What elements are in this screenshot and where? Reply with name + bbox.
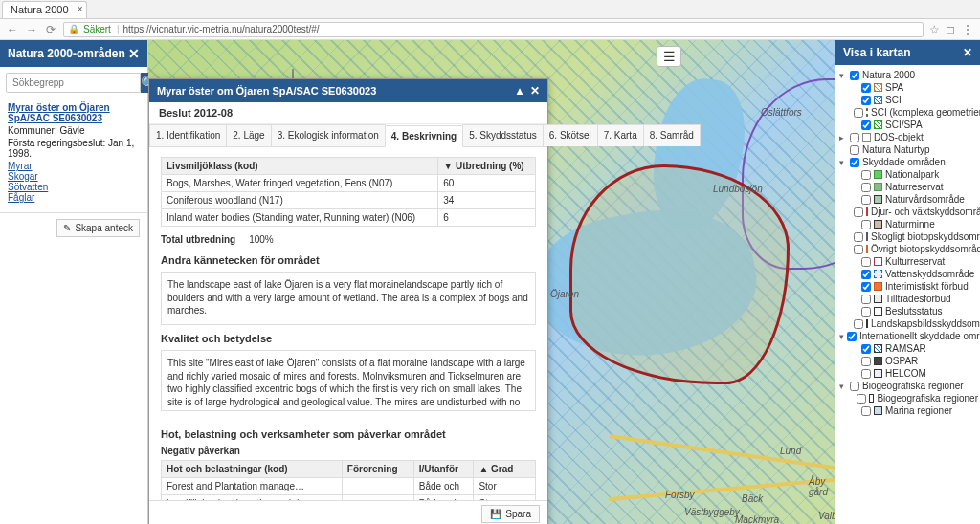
map-label: Oslättfors bbox=[761, 107, 802, 118]
tree-group-natura2000[interactable]: ▾Natura 2000 bbox=[839, 69, 978, 81]
close-icon[interactable]: ✕ bbox=[128, 46, 140, 61]
layer-checkbox[interactable] bbox=[861, 195, 871, 205]
create-note-button[interactable]: ✎ Skapa anteck bbox=[56, 219, 140, 237]
tree-item[interactable]: Skogligt biotopskyddsområde bbox=[851, 230, 978, 243]
tree-group-skyddade[interactable]: ▾Skyddade områden bbox=[839, 156, 978, 168]
layer-checkbox[interactable] bbox=[850, 158, 859, 167]
col-header[interactable]: Förorening bbox=[342, 461, 413, 478]
minimize-icon[interactable]: ▴ bbox=[517, 84, 523, 98]
bookmark-icon[interactable]: ☆ bbox=[929, 23, 940, 36]
left-header: Natura 2000-områden ✕ bbox=[0, 40, 147, 67]
layer-checkbox[interactable] bbox=[854, 207, 863, 217]
col-header[interactable]: I/Utanför bbox=[413, 461, 474, 478]
result-link[interactable]: Sötvatten bbox=[8, 182, 140, 192]
forward-icon[interactable]: → bbox=[25, 23, 38, 36]
tab-skyddsstatus[interactable]: 5. Skyddsstatus bbox=[462, 124, 544, 146]
layer-checkbox[interactable] bbox=[861, 120, 871, 130]
col-header[interactable]: ▼ Utbredning (%) bbox=[438, 158, 536, 175]
close-icon[interactable]: × bbox=[78, 4, 83, 14]
tree-item-naturtyp[interactable]: Natura Naturtyp bbox=[839, 143, 978, 156]
result-title[interactable]: Myrar öster om Öjaren SpA/SAC SE0630023 bbox=[8, 102, 140, 123]
layer-checkbox[interactable] bbox=[861, 406, 871, 416]
col-header[interactable]: Hot och belastningar (kod) bbox=[162, 461, 343, 478]
layer-checkbox[interactable] bbox=[857, 394, 866, 404]
tree-item[interactable]: Naturreservat bbox=[851, 181, 978, 193]
map[interactable]: Öjaren Oslättfors Lundbosjön Lund Bäck V… bbox=[148, 40, 835, 524]
layer-checkbox[interactable] bbox=[861, 96, 871, 105]
tree-item-dos[interactable]: ▸DOS-objekt bbox=[839, 131, 978, 143]
tab-lage[interactable]: 2. Läge bbox=[226, 124, 271, 146]
close-icon[interactable]: ✕ bbox=[530, 84, 540, 98]
tree-item[interactable]: SPA bbox=[851, 81, 978, 94]
layer-checkbox[interactable] bbox=[847, 332, 857, 341]
col-header[interactable]: ▲ Grad bbox=[474, 461, 536, 478]
tab-karta[interactable]: 7. Karta bbox=[597, 124, 644, 146]
layer-checkbox[interactable] bbox=[861, 83, 871, 93]
result-link[interactable]: Fåglar bbox=[8, 192, 140, 203]
layer-checkbox[interactable] bbox=[850, 382, 859, 391]
tree-item[interactable]: RAMSAR bbox=[851, 342, 978, 355]
tab-beskrivning[interactable]: 4. Beskrivning bbox=[385, 125, 463, 147]
layer-checkbox[interactable] bbox=[861, 220, 871, 229]
layer-checkbox[interactable] bbox=[850, 145, 859, 155]
user-icon[interactable]: ◻ bbox=[946, 23, 955, 36]
tree-item[interactable]: Biogeografiska regioner bbox=[851, 392, 978, 404]
tree-item[interactable]: Landskapsbildsskyddsområde bbox=[851, 317, 978, 330]
tree-item[interactable]: Naturminne bbox=[851, 218, 978, 230]
tree-item[interactable]: Kulturreservat bbox=[851, 255, 978, 268]
tree-item[interactable]: Beslutsstatus bbox=[851, 305, 978, 317]
result-link[interactable]: Skogar bbox=[8, 171, 140, 182]
search-input[interactable] bbox=[6, 73, 141, 93]
layer-checkbox[interactable] bbox=[861, 295, 871, 304]
close-icon[interactable]: ✕ bbox=[963, 46, 972, 59]
layer-checkbox[interactable] bbox=[861, 282, 871, 292]
menu-icon[interactable]: ⋮ bbox=[961, 22, 974, 37]
layers-button[interactable]: ☰ bbox=[657, 46, 681, 67]
tree-item[interactable]: Marina regioner bbox=[851, 404, 978, 417]
layer-checkbox[interactable] bbox=[854, 232, 863, 242]
tree-item[interactable]: HELCOM bbox=[851, 367, 978, 380]
tree-group-biog[interactable]: ▾Biogeografiska regioner bbox=[839, 380, 978, 392]
reload-icon[interactable]: ⟳ bbox=[44, 23, 57, 36]
tree-item[interactable]: SCI bbox=[851, 94, 978, 106]
url-field[interactable]: 🔒 Säkert | https://vicnatur.vic-metria.n… bbox=[63, 22, 924, 37]
detail-body[interactable]: Livsmiljöklass (kod) ▼ Utbredning (%) Bo… bbox=[149, 147, 547, 500]
layer-checkbox[interactable] bbox=[861, 369, 871, 379]
tree-item[interactable]: Vattenskyddsområde bbox=[851, 268, 978, 280]
tree-item[interactable]: Övrigt biotopskyddsområde bbox=[851, 243, 978, 255]
tree-group-intl[interactable]: ▾Internationellt skyddade områden bbox=[839, 330, 978, 342]
back-icon[interactable]: ← bbox=[6, 23, 19, 36]
swatch-icon bbox=[874, 96, 882, 104]
tree-item[interactable]: SCI/SPA bbox=[851, 119, 978, 131]
other-textbox[interactable]: The landscape east of lake Öjaren is a v… bbox=[161, 272, 536, 325]
tree-item[interactable]: Nationalpark bbox=[851, 168, 978, 181]
tree-item[interactable]: OSPAR bbox=[851, 355, 978, 367]
layer-checkbox[interactable] bbox=[861, 170, 871, 180]
tree-item[interactable]: Tillträdesförbud bbox=[851, 293, 978, 305]
tree-item[interactable]: Interimistiskt förbud bbox=[851, 280, 978, 293]
result-link[interactable]: Myrar bbox=[8, 161, 140, 171]
browser-tab[interactable]: Natura 2000 × bbox=[2, 1, 87, 18]
tree-item[interactable]: SCI (komplexa geometrier) bbox=[851, 106, 978, 119]
layer-checkbox[interactable] bbox=[854, 245, 863, 254]
tree-item[interactable]: Naturvårdsområde bbox=[851, 193, 978, 206]
col-header[interactable]: Livsmiljöklass (kod) bbox=[162, 158, 438, 175]
quality-textbox[interactable]: This site "Mires east of lake Öjaren" co… bbox=[161, 350, 536, 411]
tab-samrad[interactable]: 8. Samråd bbox=[643, 124, 701, 146]
tab-skotsel[interactable]: 6. Skötsel bbox=[543, 124, 598, 146]
layer-checkbox[interactable] bbox=[861, 307, 871, 317]
save-button[interactable]: 💾 Spara bbox=[481, 505, 540, 523]
layer-checkbox[interactable] bbox=[861, 270, 871, 279]
layer-checkbox[interactable] bbox=[854, 319, 863, 329]
tree-item[interactable]: Djur- och växtskyddsområde bbox=[851, 206, 978, 218]
layer-checkbox[interactable] bbox=[854, 108, 863, 118]
layer-checkbox[interactable] bbox=[850, 71, 859, 80]
layer-checkbox[interactable] bbox=[861, 357, 871, 366]
swatch-icon bbox=[874, 183, 882, 191]
tab-ekologisk[interactable]: 3. Ekologisk information bbox=[271, 124, 386, 146]
layer-checkbox[interactable] bbox=[861, 183, 871, 192]
tab-identifikation[interactable]: 1. Identifikation bbox=[149, 124, 227, 146]
layer-checkbox[interactable] bbox=[850, 133, 859, 142]
layer-checkbox[interactable] bbox=[861, 257, 871, 267]
layer-checkbox[interactable] bbox=[861, 344, 871, 354]
